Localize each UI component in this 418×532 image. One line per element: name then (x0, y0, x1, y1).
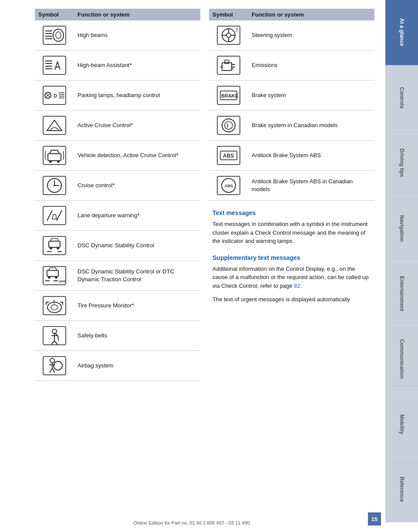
svg-rect-40 (49, 241, 60, 247)
svg-point-42 (57, 247, 59, 249)
emissions-icon (217, 56, 240, 75)
svg-text:OFF: OFF (59, 279, 66, 283)
page-footer: Online Edition for Part no. 01 40 2 606 … (0, 520, 383, 525)
symbol-emissions (209, 54, 248, 77)
row-high-beam-assistant-label: High-beam Assistant* (74, 60, 200, 71)
sidebar-item-entertainment[interactable]: Entertainment (385, 261, 418, 327)
symbol-cruise-control (35, 174, 74, 197)
sidebar-label-at-a-glance: At a glance (399, 18, 405, 46)
right-header-function: Function or system (252, 11, 371, 18)
svg-line-61 (54, 341, 57, 344)
main-content: Symbol Function or system High beams (0, 0, 383, 390)
right-header-symbol: Symbol (212, 11, 252, 18)
text-messages-title: Text messages (212, 209, 371, 216)
right-table-header: Symbol Function or system (209, 9, 374, 20)
svg-point-5 (53, 29, 64, 41)
row-lane-departure-label: Lane departure warning* (74, 210, 200, 221)
sidebar-item-at-a-glance[interactable]: At a glance (385, 0, 418, 65)
vehicle-detection-icon (43, 146, 66, 165)
sidebar-label-navigation: Navigation (399, 215, 405, 242)
svg-text:ABS: ABS (225, 184, 233, 188)
sidebar-item-mobility[interactable]: Mobility (385, 392, 418, 457)
sidebar-item-controls[interactable]: Controls (385, 65, 418, 131)
sidebar-label-reference: Reference (399, 477, 405, 502)
page-ref-link[interactable]: 82 (294, 283, 300, 289)
brake-system-icon: BRAKE (217, 86, 240, 105)
table-row: D Parking lamps, headlamp control (35, 81, 200, 111)
svg-point-88 (222, 119, 235, 132)
svg-point-25 (49, 160, 52, 163)
airbag-icon (43, 356, 66, 375)
table-row: ABS Antilock Brake System ABS in Canadia… (209, 171, 374, 201)
row-abs-label: Antilock Brake System ABS (248, 150, 374, 161)
table-row: Airbag system (35, 351, 200, 381)
row-tire-pressure-label: Tire Pressure Monitor* (74, 300, 200, 311)
parking-lamps-icon: D (43, 86, 66, 105)
symbol-airbag (35, 354, 74, 377)
table-row: Safety belts (35, 321, 200, 351)
left-header-symbol: Symbol (38, 11, 78, 18)
svg-text:D: D (54, 93, 57, 98)
row-dsc-dtc-label: DSC Dynamic Stability Control or DTC Dyn… (74, 266, 200, 285)
steering-icon: ! (217, 26, 240, 45)
cruise-control-icon (43, 176, 66, 195)
sidebar-label-entertainment: Entertainment (399, 276, 405, 311)
svg-text:BRAKE: BRAKE (221, 93, 238, 98)
dsc-dtc-icon: OFF (43, 266, 66, 285)
svg-rect-39 (43, 236, 66, 255)
row-high-beams-label: High beams (74, 30, 200, 41)
svg-point-89 (225, 121, 233, 129)
sidebar-item-reference[interactable]: Reference (385, 457, 418, 522)
lane-departure-icon (43, 206, 66, 225)
symbol-dsc-dtc: OFF (35, 264, 74, 287)
high-beams-icon (43, 26, 66, 45)
sidebar-item-navigation[interactable]: Navigation (385, 196, 418, 261)
table-row: ! Steering system (209, 20, 374, 51)
right-column: Symbol Function or system ! Ste (209, 9, 374, 381)
row-brake-system-label: Brake system (248, 90, 374, 101)
symbol-abs-canadian: ABS (209, 174, 248, 197)
svg-rect-77 (217, 56, 240, 74)
table-row: High-beam Assistant* (35, 51, 200, 81)
sidebar-label-driving-tips: Driving tips (399, 148, 405, 177)
row-dsc-label: DSC Dynamic Stability Control (74, 240, 200, 251)
abs-icon: ABS (217, 146, 240, 165)
sidebar-item-communication[interactable]: Communication (385, 327, 418, 392)
symbol-lane-departure (35, 204, 74, 227)
svg-rect-24 (48, 154, 61, 161)
safety-belts-icon (43, 326, 66, 345)
row-vehicle-detection-label: Vehicle detection, Active Cruise Control… (74, 150, 200, 161)
symbol-high-beam-assistant (35, 54, 74, 77)
side-nav: At a glance Controls Driving tips Naviga… (385, 0, 418, 522)
supplementary-body2: The text of urgent messages is displayed… (212, 295, 371, 304)
svg-point-48 (55, 276, 57, 279)
period: . (300, 283, 302, 289)
svg-rect-23 (43, 146, 66, 165)
dsc-icon (43, 236, 66, 255)
row-safety-belts-label: Safety belts (74, 330, 200, 341)
sidebar-item-driving-tips[interactable]: Driving tips (385, 131, 418, 196)
symbol-safety-belts (35, 324, 74, 347)
svg-line-60 (51, 341, 54, 344)
row-cruise-control-label: Cruise control* (74, 180, 200, 191)
active-cruise-icon (43, 116, 66, 135)
left-column: Symbol Function or system High beams (35, 9, 200, 381)
svg-rect-46 (47, 270, 58, 276)
svg-rect-0 (43, 26, 66, 44)
symbol-vehicle-detection (35, 144, 74, 167)
symbol-parking-lamps: D (35, 84, 74, 107)
symbol-active-cruise (35, 114, 74, 137)
row-abs-canadian-label: Antilock Brake System ABS in Canadian mo… (248, 176, 374, 195)
symbol-dsc (35, 234, 74, 257)
svg-point-26 (57, 160, 60, 163)
table-row: Emissions (209, 51, 374, 81)
svg-line-33 (59, 181, 59, 182)
row-steering-label: Steering system (248, 30, 374, 41)
svg-line-67 (50, 368, 52, 373)
table-row: Vehicle detection, Active Cruise Control… (35, 141, 200, 171)
symbol-abs: ABS (209, 144, 248, 167)
sidebar-label-controls: Controls (399, 87, 405, 108)
row-emissions-label: Emissions (248, 60, 374, 71)
table-row: BRAKE Brake system (209, 81, 374, 111)
brake-canadian-icon: I (217, 116, 240, 135)
